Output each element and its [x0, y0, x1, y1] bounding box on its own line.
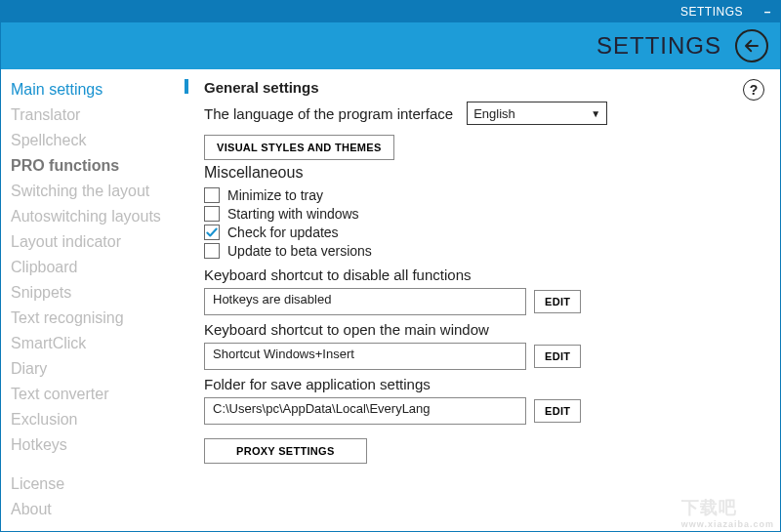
arrow-left-icon [743, 37, 760, 55]
visual-styles-button[interactable]: Visual styles and themes [204, 135, 394, 160]
sidebar-item-about[interactable]: About [11, 499, 185, 520]
checkbox-check-for-updates[interactable] [204, 225, 220, 240]
shortcut-disable-field[interactable]: Hotkeys are disabled [204, 288, 526, 315]
window-title: SETTINGS [680, 5, 743, 19]
folder-field[interactable]: C:\Users\pc\AppData\Local\EveryLang [204, 397, 526, 425]
checkbox-row: Starting with windows [204, 206, 766, 222]
sidebar-item-exclusion[interactable]: Exclusion [11, 409, 185, 430]
sidebar-item-hotkeys[interactable]: Hotkeys [11, 434, 185, 456]
language-label: The language of the program interface [204, 105, 453, 122]
sidebar-item-spellcheck[interactable]: Spellcheck [11, 130, 185, 151]
folder-edit-button[interactable]: Edit [534, 399, 581, 423]
shortcut-open-label: Keyboard shortcut to open the main windo… [204, 321, 766, 338]
checkbox-row: Update to beta versions [204, 243, 766, 259]
sidebar-item-text-recognising[interactable]: Text recognising [11, 307, 185, 329]
minimize-button[interactable]: – [760, 5, 774, 19]
miscellaneous-heading: Miscellaneous [204, 164, 766, 182]
shortcut-disable-label: Keyboard shortcut to disable all functio… [204, 266, 766, 283]
checkbox-row: Minimize to tray [204, 187, 766, 203]
sidebar-item-snippets[interactable]: Snippets [11, 282, 185, 304]
sidebar-item-smartclick[interactable]: SmartClick [11, 333, 185, 354]
chevron-down-icon: ▼ [591, 108, 600, 119]
sidebar-item-translator[interactable]: Translator [11, 104, 185, 126]
sidebar-item-diary[interactable]: Diary [11, 358, 185, 380]
checkbox-label: Check for updates [227, 225, 339, 240]
shortcut-disable-edit-button[interactable]: Edit [534, 290, 581, 313]
check-icon [205, 225, 219, 239]
shortcut-open-edit-button[interactable]: Edit [534, 345, 581, 368]
checkbox-label: Minimize to tray [227, 187, 323, 203]
checkbox-update-to-beta-versions[interactable] [204, 243, 220, 259]
checkbox-label: Starting with windows [227, 206, 359, 222]
checkbox-label: Update to beta versions [227, 243, 372, 259]
back-button[interactable] [735, 29, 768, 62]
checkbox-starting-with-windows[interactable] [204, 206, 220, 222]
sidebar-item-autoswitching-layouts[interactable]: Autoswitching layouts [11, 206, 185, 227]
sidebar-item-clipboard[interactable]: Clipboard [11, 257, 185, 278]
page-title: SETTINGS [596, 32, 721, 60]
sidebar-item-switching-the-layout[interactable]: Switching the layout [11, 181, 185, 202]
sidebar-item-text-converter[interactable]: Text converter [11, 384, 185, 405]
help-button[interactable]: ? [743, 79, 764, 101]
sidebar-nav: Main settingsTranslatorSpellcheckPRO fun… [1, 69, 185, 531]
misc-checkboxes: Minimize to trayStarting with windowsChe… [204, 187, 766, 259]
sidebar-item-main-settings[interactable]: Main settings [11, 79, 185, 101]
checkbox-minimize-to-tray[interactable] [204, 187, 220, 203]
page-header: SETTINGS [1, 22, 780, 69]
proxy-settings-button[interactable]: Proxy settings [204, 438, 367, 464]
sidebar-item-license[interactable]: License [11, 473, 185, 495]
shortcut-open-field[interactable]: Shortcut Windows+Insert [204, 343, 526, 370]
window-titlebar: SETTINGS – [1, 1, 780, 22]
checkbox-row: Check for updates [204, 225, 766, 240]
content-panel: ? General settings The language of the p… [188, 69, 780, 531]
language-select-value: English [473, 106, 515, 121]
folder-label: Folder for save application settings [204, 376, 766, 392]
language-select[interactable]: English ▼ [467, 102, 607, 125]
sidebar-item-pro-functions[interactable]: PRO functions [11, 155, 185, 177]
sidebar-item-layout-indicator[interactable]: Layout indicator [11, 231, 185, 253]
general-settings-heading: General settings [204, 79, 766, 96]
